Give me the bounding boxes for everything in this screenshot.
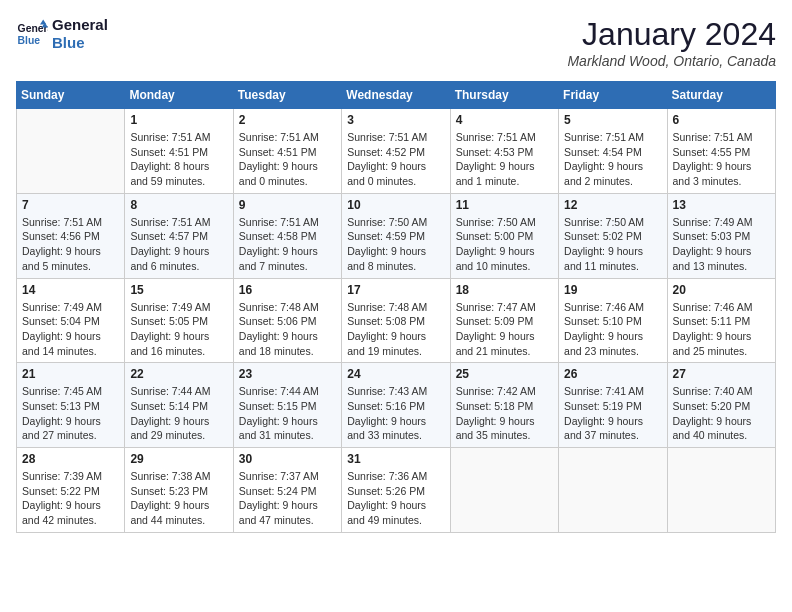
calendar-week-row: 14Sunrise: 7:49 AM Sunset: 5:04 PM Dayli… bbox=[17, 278, 776, 363]
calendar-cell: 3Sunrise: 7:51 AM Sunset: 4:52 PM Daylig… bbox=[342, 109, 450, 194]
day-number: 14 bbox=[22, 283, 119, 297]
calendar-cell: 7Sunrise: 7:51 AM Sunset: 4:56 PM Daylig… bbox=[17, 193, 125, 278]
day-number: 23 bbox=[239, 367, 336, 381]
calendar-cell: 19Sunrise: 7:46 AM Sunset: 5:10 PM Dayli… bbox=[559, 278, 667, 363]
calendar-cell: 6Sunrise: 7:51 AM Sunset: 4:55 PM Daylig… bbox=[667, 109, 775, 194]
cell-content: Sunrise: 7:51 AM Sunset: 4:55 PM Dayligh… bbox=[673, 130, 770, 189]
calendar-cell: 23Sunrise: 7:44 AM Sunset: 5:15 PM Dayli… bbox=[233, 363, 341, 448]
day-header-friday: Friday bbox=[559, 82, 667, 109]
cell-content: Sunrise: 7:51 AM Sunset: 4:57 PM Dayligh… bbox=[130, 215, 227, 274]
calendar-cell: 20Sunrise: 7:46 AM Sunset: 5:11 PM Dayli… bbox=[667, 278, 775, 363]
day-number: 3 bbox=[347, 113, 444, 127]
cell-content: Sunrise: 7:51 AM Sunset: 4:58 PM Dayligh… bbox=[239, 215, 336, 274]
cell-content: Sunrise: 7:48 AM Sunset: 5:08 PM Dayligh… bbox=[347, 300, 444, 359]
day-number: 30 bbox=[239, 452, 336, 466]
calendar-cell: 5Sunrise: 7:51 AM Sunset: 4:54 PM Daylig… bbox=[559, 109, 667, 194]
day-number: 31 bbox=[347, 452, 444, 466]
calendar-cell: 22Sunrise: 7:44 AM Sunset: 5:14 PM Dayli… bbox=[125, 363, 233, 448]
cell-content: Sunrise: 7:51 AM Sunset: 4:56 PM Dayligh… bbox=[22, 215, 119, 274]
cell-content: Sunrise: 7:39 AM Sunset: 5:22 PM Dayligh… bbox=[22, 469, 119, 528]
calendar-week-row: 28Sunrise: 7:39 AM Sunset: 5:22 PM Dayli… bbox=[17, 448, 776, 533]
calendar-cell: 4Sunrise: 7:51 AM Sunset: 4:53 PM Daylig… bbox=[450, 109, 558, 194]
day-number: 5 bbox=[564, 113, 661, 127]
calendar-cell bbox=[559, 448, 667, 533]
calendar-cell: 8Sunrise: 7:51 AM Sunset: 4:57 PM Daylig… bbox=[125, 193, 233, 278]
cell-content: Sunrise: 7:38 AM Sunset: 5:23 PM Dayligh… bbox=[130, 469, 227, 528]
calendar-cell: 12Sunrise: 7:50 AM Sunset: 5:02 PM Dayli… bbox=[559, 193, 667, 278]
svg-marker-2 bbox=[40, 20, 46, 25]
calendar-cell: 28Sunrise: 7:39 AM Sunset: 5:22 PM Dayli… bbox=[17, 448, 125, 533]
day-number: 28 bbox=[22, 452, 119, 466]
calendar-cell: 25Sunrise: 7:42 AM Sunset: 5:18 PM Dayli… bbox=[450, 363, 558, 448]
calendar-cell: 2Sunrise: 7:51 AM Sunset: 4:51 PM Daylig… bbox=[233, 109, 341, 194]
calendar-header-row: SundayMondayTuesdayWednesdayThursdayFrid… bbox=[17, 82, 776, 109]
day-number: 6 bbox=[673, 113, 770, 127]
calendar-cell: 29Sunrise: 7:38 AM Sunset: 5:23 PM Dayli… bbox=[125, 448, 233, 533]
cell-content: Sunrise: 7:41 AM Sunset: 5:19 PM Dayligh… bbox=[564, 384, 661, 443]
calendar-cell: 14Sunrise: 7:49 AM Sunset: 5:04 PM Dayli… bbox=[17, 278, 125, 363]
day-number: 9 bbox=[239, 198, 336, 212]
day-number: 1 bbox=[130, 113, 227, 127]
day-number: 29 bbox=[130, 452, 227, 466]
cell-content: Sunrise: 7:51 AM Sunset: 4:54 PM Dayligh… bbox=[564, 130, 661, 189]
calendar-cell: 24Sunrise: 7:43 AM Sunset: 5:16 PM Dayli… bbox=[342, 363, 450, 448]
cell-content: Sunrise: 7:50 AM Sunset: 5:02 PM Dayligh… bbox=[564, 215, 661, 274]
day-number: 16 bbox=[239, 283, 336, 297]
day-number: 15 bbox=[130, 283, 227, 297]
logo-icon: General Blue bbox=[16, 18, 48, 50]
calendar-cell: 31Sunrise: 7:36 AM Sunset: 5:26 PM Dayli… bbox=[342, 448, 450, 533]
day-number: 19 bbox=[564, 283, 661, 297]
day-header-thursday: Thursday bbox=[450, 82, 558, 109]
day-header-sunday: Sunday bbox=[17, 82, 125, 109]
day-header-tuesday: Tuesday bbox=[233, 82, 341, 109]
cell-content: Sunrise: 7:40 AM Sunset: 5:20 PM Dayligh… bbox=[673, 384, 770, 443]
calendar-cell: 30Sunrise: 7:37 AM Sunset: 5:24 PM Dayli… bbox=[233, 448, 341, 533]
day-number: 11 bbox=[456, 198, 553, 212]
calendar-cell: 1Sunrise: 7:51 AM Sunset: 4:51 PM Daylig… bbox=[125, 109, 233, 194]
cell-content: Sunrise: 7:49 AM Sunset: 5:05 PM Dayligh… bbox=[130, 300, 227, 359]
calendar-cell: 17Sunrise: 7:48 AM Sunset: 5:08 PM Dayli… bbox=[342, 278, 450, 363]
cell-content: Sunrise: 7:51 AM Sunset: 4:52 PM Dayligh… bbox=[347, 130, 444, 189]
day-number: 7 bbox=[22, 198, 119, 212]
logo-blue: Blue bbox=[52, 34, 108, 52]
cell-content: Sunrise: 7:46 AM Sunset: 5:11 PM Dayligh… bbox=[673, 300, 770, 359]
cell-content: Sunrise: 7:45 AM Sunset: 5:13 PM Dayligh… bbox=[22, 384, 119, 443]
calendar-cell: 18Sunrise: 7:47 AM Sunset: 5:09 PM Dayli… bbox=[450, 278, 558, 363]
cell-content: Sunrise: 7:50 AM Sunset: 5:00 PM Dayligh… bbox=[456, 215, 553, 274]
month-title: January 2024 bbox=[567, 16, 776, 53]
cell-content: Sunrise: 7:50 AM Sunset: 4:59 PM Dayligh… bbox=[347, 215, 444, 274]
calendar-cell: 16Sunrise: 7:48 AM Sunset: 5:06 PM Dayli… bbox=[233, 278, 341, 363]
cell-content: Sunrise: 7:42 AM Sunset: 5:18 PM Dayligh… bbox=[456, 384, 553, 443]
logo-general: General bbox=[52, 16, 108, 34]
calendar-cell bbox=[450, 448, 558, 533]
page-header: General Blue General Blue January 2024 M… bbox=[16, 16, 776, 69]
day-number: 10 bbox=[347, 198, 444, 212]
title-block: January 2024 Markland Wood, Ontario, Can… bbox=[567, 16, 776, 69]
day-number: 18 bbox=[456, 283, 553, 297]
day-number: 27 bbox=[673, 367, 770, 381]
calendar-cell: 15Sunrise: 7:49 AM Sunset: 5:05 PM Dayli… bbox=[125, 278, 233, 363]
calendar-week-row: 21Sunrise: 7:45 AM Sunset: 5:13 PM Dayli… bbox=[17, 363, 776, 448]
cell-content: Sunrise: 7:51 AM Sunset: 4:53 PM Dayligh… bbox=[456, 130, 553, 189]
calendar-cell bbox=[17, 109, 125, 194]
svg-text:Blue: Blue bbox=[18, 35, 41, 46]
cell-content: Sunrise: 7:49 AM Sunset: 5:03 PM Dayligh… bbox=[673, 215, 770, 274]
logo: General Blue General Blue bbox=[16, 16, 108, 52]
cell-content: Sunrise: 7:46 AM Sunset: 5:10 PM Dayligh… bbox=[564, 300, 661, 359]
calendar-cell: 10Sunrise: 7:50 AM Sunset: 4:59 PM Dayli… bbox=[342, 193, 450, 278]
calendar-cell: 9Sunrise: 7:51 AM Sunset: 4:58 PM Daylig… bbox=[233, 193, 341, 278]
day-header-saturday: Saturday bbox=[667, 82, 775, 109]
cell-content: Sunrise: 7:51 AM Sunset: 4:51 PM Dayligh… bbox=[130, 130, 227, 189]
day-number: 26 bbox=[564, 367, 661, 381]
day-number: 20 bbox=[673, 283, 770, 297]
cell-content: Sunrise: 7:37 AM Sunset: 5:24 PM Dayligh… bbox=[239, 469, 336, 528]
cell-content: Sunrise: 7:43 AM Sunset: 5:16 PM Dayligh… bbox=[347, 384, 444, 443]
day-number: 13 bbox=[673, 198, 770, 212]
calendar-cell: 26Sunrise: 7:41 AM Sunset: 5:19 PM Dayli… bbox=[559, 363, 667, 448]
day-number: 8 bbox=[130, 198, 227, 212]
calendar-week-row: 7Sunrise: 7:51 AM Sunset: 4:56 PM Daylig… bbox=[17, 193, 776, 278]
day-number: 2 bbox=[239, 113, 336, 127]
day-number: 4 bbox=[456, 113, 553, 127]
day-number: 25 bbox=[456, 367, 553, 381]
cell-content: Sunrise: 7:44 AM Sunset: 5:14 PM Dayligh… bbox=[130, 384, 227, 443]
